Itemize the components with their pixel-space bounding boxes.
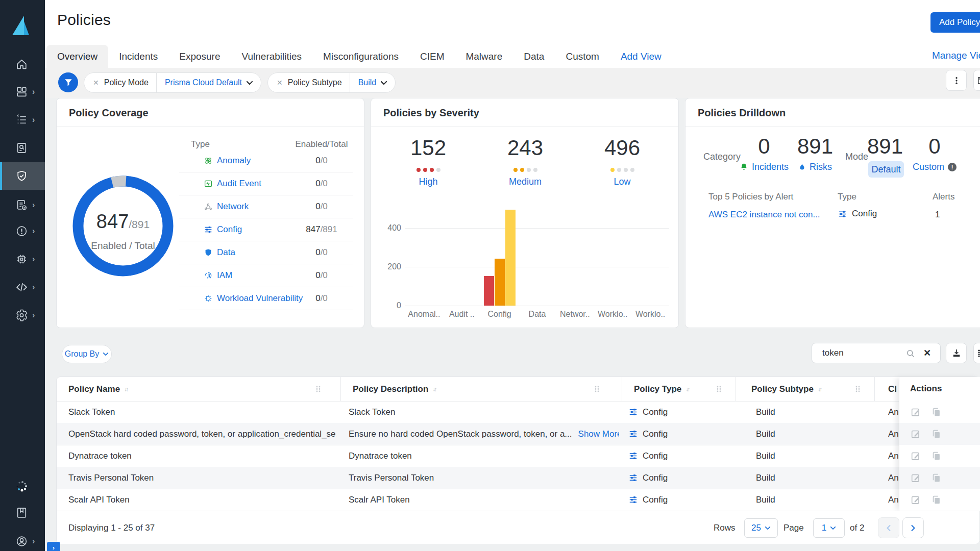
anomaly-icon [204,156,213,165]
edit-icon[interactable] [910,472,921,484]
clone-icon[interactable] [930,429,942,440]
column-header-cloud[interactable]: Cl [875,377,899,401]
tab-overview[interactable]: Overview [46,45,108,68]
filter-button[interactable] [58,72,78,92]
table-row[interactable]: OpenStack hard coded password, token, or… [57,423,899,445]
expand-sidebar-button[interactable]: › [47,542,60,551]
coverage-type-link[interactable]: IAM [217,270,232,281]
download-button[interactable] [946,343,967,363]
low-severity-dots [576,168,668,172]
coverage-type-link[interactable]: Audit Event [217,179,261,189]
filter-chip-policy-subtype[interactable]: ✕ Policy Subtype Build [267,72,396,93]
table-row[interactable]: Dynatrace tokenDynatrace tokenConfigBuil… [57,445,899,467]
medium-link[interactable]: Medium [479,177,571,187]
sidebar-item-tutorials[interactable] [0,499,45,527]
sidebar-item-compliance[interactable]: › [0,191,45,219]
column-settings-button[interactable] [973,343,980,363]
sidebar-item-governance[interactable] [0,162,45,190]
medium-count: 243 [479,136,571,160]
filter-chip-value[interactable]: Prisma Cloud Default [157,78,246,87]
coverage-type-link[interactable]: Data [217,247,235,258]
filter-chip-value[interactable]: Build [350,78,381,87]
tab-misconfigurations[interactable]: Misconfigurations [312,45,409,68]
remove-filter-icon[interactable]: ✕ [84,79,104,87]
sidebar-item-policies[interactable]: › [0,106,45,134]
high-link[interactable]: High [382,177,474,187]
home-icon [15,58,28,71]
top-policy-link[interactable]: AWS EC2 instance not con... [708,210,820,220]
sidebar-item-profile[interactable]: › [0,528,45,551]
add-policy-button[interactable]: Add Policy [930,12,980,33]
sidebar-item-inventory[interactable]: › [0,78,45,106]
table-row[interactable]: Travis Personal TokenTravis Personal Tok… [57,467,899,489]
remove-filter-icon[interactable]: ✕ [268,79,288,87]
manage-views-link[interactable]: Manage Vie [932,50,980,61]
column-header-actions: Actions [910,384,942,394]
default-count: 891 [860,134,911,159]
sort-icon[interactable]: ↓↑ [818,386,821,393]
tab-exposure[interactable]: Exposure [168,45,231,68]
coverage-type-link[interactable]: Anomaly [217,156,251,166]
add-view-button[interactable]: Add View [610,45,672,68]
drag-handle-icon[interactable] [315,385,321,393]
search-input[interactable]: token ✕ [812,343,941,363]
column-header-policy-subtype[interactable]: Policy Subtype↓↑ [736,377,875,401]
bar-high [484,276,494,306]
risks-link[interactable]: Risks [785,162,846,172]
column-header-policy-type[interactable]: Policy Type↓↑ [622,377,736,401]
coverage-value: 0/0 [291,247,352,258]
table-row[interactable]: Slack TokenSlack TokenConfigBuildAn [57,401,899,423]
clone-icon[interactable] [930,472,942,484]
page-select[interactable]: 1 [813,518,845,538]
sort-icon[interactable]: ↓↑ [685,386,689,393]
edit-icon[interactable] [910,450,921,462]
show-more-link[interactable]: Show More [578,429,619,439]
custom-link[interactable]: Custom ! [899,162,970,172]
tab-data[interactable]: Data [513,45,555,68]
drag-handle-icon[interactable] [855,385,861,393]
rows-per-page-select[interactable]: 25 [744,518,778,538]
column-header-policy-name[interactable]: Policy Name↓↑ [57,377,341,401]
filter-more-options-button[interactable] [946,70,967,91]
chevron-down-icon [103,352,109,356]
coverage-type-link[interactable]: Workload Vulnerability [217,293,303,304]
clear-search-icon[interactable]: ✕ [923,347,931,359]
column-header-policy-description[interactable]: Policy Description↓↑ [341,377,622,401]
edit-icon[interactable] [910,429,921,440]
table-row[interactable]: Scalr API TokenScalr API TokenConfigBuil… [57,489,899,511]
tab-malware[interactable]: Malware [455,45,513,68]
low-count: 496 [576,136,668,160]
coverage-row: Data0/0 [179,241,353,264]
sidebar-item-compute[interactable]: › [0,245,45,273]
cell-policy-subtype: Build [756,445,848,467]
clone-icon[interactable] [930,450,942,462]
previous-page-button[interactable] [878,517,899,538]
tab-vulnerabilities[interactable]: Vulnerabilities [231,45,313,68]
low-link[interactable]: Low [576,177,668,187]
edit-icon[interactable] [910,407,921,418]
edit-icon[interactable] [910,494,921,506]
tab-incidents[interactable]: Incidents [108,45,168,68]
clone-icon[interactable] [930,407,942,418]
sidebar-item-settings[interactable]: › [0,302,45,329]
save-filter-button[interactable] [973,70,980,91]
coverage-type-link[interactable]: Config [217,224,242,235]
sidebar-item-search[interactable] [0,134,45,162]
filter-chip-policy-mode[interactable]: ✕ Policy Mode Prisma Cloud Default [84,72,261,93]
tab-custom[interactable]: Custom [555,45,609,68]
actions-cell [899,401,980,423]
sort-icon[interactable]: ↓↑ [124,386,127,393]
sidebar-item-home[interactable] [0,51,45,78]
sidebar-item-alerts[interactable]: › [0,217,45,245]
drag-handle-icon[interactable] [716,385,722,393]
clone-icon[interactable] [930,494,942,506]
coverage-value: 0/0 [291,202,352,212]
group-by-button[interactable]: Group By [62,345,112,363]
next-page-button[interactable] [902,517,924,538]
sort-icon[interactable]: ↓↑ [432,386,435,393]
coverage-type-link[interactable]: Network [217,202,249,212]
drag-handle-icon[interactable] [594,385,600,393]
sidebar-item-application-security[interactable]: › [0,273,45,301]
tab-ciem[interactable]: CIEM [409,45,455,68]
cell-policy-type: Config [628,401,730,423]
